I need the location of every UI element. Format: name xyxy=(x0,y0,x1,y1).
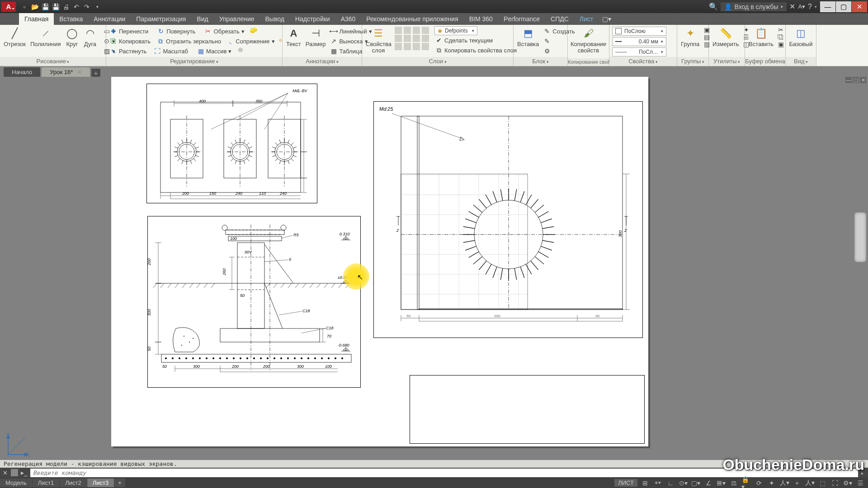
minimize-button[interactable]: — xyxy=(820,1,835,12)
exchange-icon[interactable]: ✕ xyxy=(789,2,795,11)
qat-save[interactable]: 💾 xyxy=(41,2,50,11)
nav-bar[interactable] xyxy=(854,212,866,262)
doctab-start[interactable]: Начало xyxy=(4,67,40,77)
measure-button[interactable]: 📏Измерить xyxy=(711,26,741,48)
erase-icon[interactable]: 🧽 xyxy=(250,26,257,33)
a-icon[interactable]: A▾ xyxy=(798,3,805,10)
qat-open[interactable]: 📂 xyxy=(30,2,39,11)
mirror-button[interactable]: ⧉Отразить зеркально xyxy=(156,36,222,46)
copy-layer-props[interactable]: ⧉Копировать свойства слоя xyxy=(434,45,518,55)
tab-home[interactable]: Главная xyxy=(19,13,54,25)
viewport-1[interactable]: МdL-ВV 400 350 xyxy=(146,84,317,203)
viewport-3[interactable]: Мd:25 xyxy=(373,101,643,338)
sb-polar[interactable]: ⊙▾ xyxy=(678,479,688,488)
explode-icon[interactable]: ⟐ xyxy=(278,36,282,43)
tab-focus[interactable]: ▢▾ xyxy=(599,13,615,25)
sb-ann3[interactable]: + xyxy=(792,479,802,488)
array-button[interactable]: ▦Массив ▾ xyxy=(196,46,232,56)
tab-parametric[interactable]: Параметризация xyxy=(131,13,191,25)
search-icon[interactable]: 🔍 xyxy=(709,2,718,11)
rotate-button[interactable]: ↻Повернуть xyxy=(156,26,196,36)
layout-3[interactable]: Лист3 xyxy=(87,479,114,487)
qat-saveas[interactable]: 💾 xyxy=(51,2,60,11)
base-view-button[interactable]: ◫Базовый xyxy=(788,26,814,48)
insert-block[interactable]: ⬒Вставка xyxy=(515,26,541,48)
fillet-button[interactable]: ◟Сопряжение ▾ xyxy=(226,36,275,46)
sb-otrack[interactable]: ∠ xyxy=(703,479,713,488)
cb-ic3[interactable]: ▣ xyxy=(777,41,784,48)
polyline-button[interactable]: ⟋Полилиния xyxy=(28,26,62,48)
signin-box[interactable]: 👤 Вход в службы ▾ xyxy=(721,2,787,11)
layer-props-button[interactable]: ☰Свойства слоя xyxy=(364,26,393,54)
layer-tools-grid[interactable] xyxy=(394,26,431,51)
tab-manage[interactable]: Управление xyxy=(214,13,260,25)
sb-menu[interactable]: ☰ xyxy=(855,479,865,488)
qat-new[interactable]: ▫ xyxy=(20,2,29,11)
trim-button[interactable]: ✂Обрезать ▾ xyxy=(203,26,245,36)
close-button[interactable]: ✕ xyxy=(852,1,867,12)
tab-layout[interactable]: Лист xyxy=(574,13,599,25)
sb-grid[interactable]: ⊞ xyxy=(640,479,650,488)
circle-button[interactable]: ◯Круг xyxy=(63,26,80,48)
sb-ws[interactable]: ✦ xyxy=(767,479,777,488)
matchprops-button[interactable]: 🖌Копирование свойств xyxy=(570,26,607,54)
tab-annotate[interactable]: Аннотации xyxy=(88,13,131,25)
sb-scale[interactable]: 🔒▾ xyxy=(741,479,751,488)
sb-clean[interactable]: ⛶ xyxy=(830,479,840,488)
dim-button[interactable]: ⊣Размер xyxy=(304,26,328,48)
lt-selector[interactable]: ───ПоСл…▾ xyxy=(612,47,666,56)
tab-spds[interactable]: СПДС xyxy=(545,13,574,25)
color-selector[interactable]: ПоСлою▾ xyxy=(612,27,666,36)
tab-featured[interactable]: Рекомендованные приложения xyxy=(361,13,463,25)
layout-2[interactable]: Лист2 xyxy=(60,479,86,487)
tab-bim360[interactable]: BIM 360 xyxy=(464,13,498,25)
help-icon[interactable]: ? xyxy=(808,3,812,11)
viewport-2[interactable]: 100 R5 90V 6 200 xyxy=(147,216,361,388)
make-current[interactable]: ✔Сделать текущим xyxy=(434,35,518,45)
copy-button[interactable]: ⿻Копировать xyxy=(109,36,151,46)
layer-selector[interactable]: ◉Defpoints▾ xyxy=(434,26,477,35)
qat-redo[interactable]: ↷ xyxy=(82,2,91,11)
sb-cust[interactable]: ⚙▾ xyxy=(843,479,853,488)
sb-ascale[interactable]: ⟳ xyxy=(754,479,764,488)
cb-ic2[interactable]: ⿻ xyxy=(777,33,784,41)
qat-more[interactable]: ▾ xyxy=(93,2,102,11)
sb-osnap[interactable]: ▢▾ xyxy=(691,479,701,488)
sb-ann2[interactable]: 人▾ xyxy=(779,479,789,488)
qat-undo[interactable]: ↶ xyxy=(72,2,81,11)
sb-lw[interactable]: 𝌆▾ xyxy=(716,479,726,488)
sb-ortho[interactable]: ∟ xyxy=(665,479,675,488)
qat-print[interactable]: 🖨 xyxy=(61,2,71,11)
drawing-area[interactable]: —▢✕ МdL-ВV 400 350 xyxy=(0,77,868,465)
tab-insert[interactable]: Вставка xyxy=(54,13,88,25)
layout-1[interactable]: Лист1 xyxy=(33,479,59,487)
layout-add[interactable]: + xyxy=(114,479,125,487)
maximize-button[interactable]: ▢ xyxy=(836,1,851,12)
tab-addins[interactable]: Надстройки xyxy=(290,13,335,25)
lw-selector[interactable]: ━━0.40 мм▾ xyxy=(612,37,666,46)
offset-icon[interactable]: ⊜ xyxy=(237,46,244,53)
doctab-file[interactable]: Урок 16*✕ xyxy=(42,67,90,77)
viewport-4[interactable] xyxy=(410,375,645,444)
doctab-add[interactable]: + xyxy=(91,69,100,77)
viewport-controls[interactable]: —▢✕ xyxy=(845,77,866,83)
tab-a360[interactable]: A360 xyxy=(335,13,361,25)
move-button[interactable]: ✥Перенести xyxy=(109,26,149,36)
tab-perf[interactable]: Performance xyxy=(498,13,545,25)
line-button[interactable]: ╱Отрезок xyxy=(2,26,28,48)
scale-button[interactable]: ⛶Масштаб xyxy=(153,46,189,56)
space-toggle[interactable]: ЛИСТ xyxy=(614,479,637,487)
sb-anno[interactable]: ⚖ xyxy=(729,479,739,488)
stretch-button[interactable]: ⤡Растянуть xyxy=(109,46,147,56)
layout-model[interactable]: Модель xyxy=(0,479,32,487)
sb-hw[interactable]: ⬚ xyxy=(817,479,827,488)
sb-snap[interactable]: ⌖▾ xyxy=(653,479,663,488)
close-icon[interactable]: ✕ xyxy=(77,69,82,75)
tab-view[interactable]: Вид xyxy=(191,13,213,25)
text-button[interactable]: AТекст xyxy=(284,26,303,48)
app-logo[interactable]: A xyxy=(1,2,16,12)
sb-iso[interactable]: 人▾ xyxy=(805,479,815,488)
cb-ic1[interactable]: ✂ xyxy=(777,26,784,33)
arc-button[interactable]: ◠Дуга xyxy=(81,26,99,48)
tab-output[interactable]: Вывод xyxy=(260,13,290,25)
